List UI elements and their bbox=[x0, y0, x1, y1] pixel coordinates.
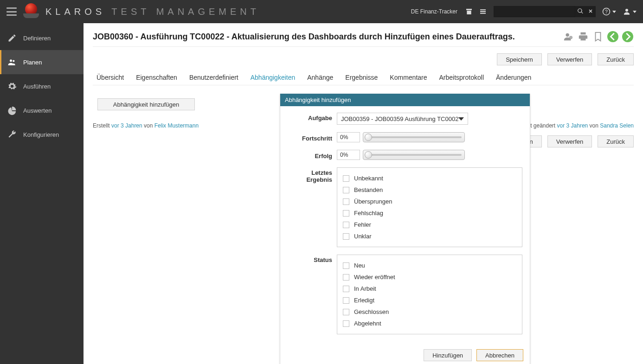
archive-icon[interactable] bbox=[465, 7, 473, 16]
check-item[interactable]: Unbekannt bbox=[343, 172, 516, 184]
assign-user-icon[interactable] bbox=[562, 31, 574, 43]
sidebar-item-evaluate[interactable]: Auswerten bbox=[0, 98, 84, 122]
add-dependency-button[interactable]: Abhängigkeit hinzufügen bbox=[97, 98, 195, 110]
tab-results[interactable]: Ergebnisse bbox=[344, 70, 379, 85]
discard-button[interactable]: Verwerfen bbox=[547, 53, 592, 65]
check-item[interactable]: Erledigt bbox=[343, 294, 516, 306]
progress-slider[interactable] bbox=[363, 132, 465, 142]
sidebar-item-label: Planen bbox=[23, 59, 42, 66]
wrench-icon bbox=[6, 129, 18, 140]
checkbox-icon[interactable] bbox=[343, 274, 349, 281]
back-button[interactable]: Zurück bbox=[598, 53, 634, 65]
edit-icon bbox=[6, 32, 18, 44]
modified-meta: Zuletzt geändert vor 3 Jahren von Sandra… bbox=[515, 122, 634, 129]
checkbox-icon[interactable] bbox=[343, 198, 349, 205]
menu-toggle[interactable] bbox=[6, 7, 17, 16]
dialog-add-button[interactable]: Hinzufügen bbox=[424, 349, 472, 361]
bookmark-icon[interactable] bbox=[592, 31, 604, 43]
tab-dependencies[interactable]: Abhängigkeiten bbox=[250, 70, 296, 85]
tab-attachments[interactable]: Anhänge bbox=[306, 70, 334, 85]
created-time-link[interactable]: vor 3 Jahren bbox=[111, 122, 142, 129]
sidebar-item-label: Ausführen bbox=[23, 83, 51, 90]
user-menu[interactable] bbox=[623, 7, 637, 16]
brand-main: KLAROS bbox=[45, 6, 105, 17]
checkbox-icon[interactable] bbox=[343, 187, 349, 193]
check-item[interactable]: Geschlossen bbox=[343, 306, 516, 318]
label-success: Erfolg bbox=[287, 151, 337, 160]
search-button[interactable] bbox=[575, 6, 585, 17]
check-item[interactable]: Fehlschlag bbox=[343, 207, 516, 219]
tab-worklog[interactable]: Arbeitsprotokoll bbox=[438, 70, 485, 85]
svg-point-4 bbox=[13, 60, 14, 62]
main-content: JOB00360 - Ausführung TC00022 - Aktualis… bbox=[84, 23, 643, 364]
label-task: Aufgabe bbox=[287, 113, 337, 121]
modified-by-link[interactable]: Sandra Selen bbox=[600, 122, 634, 129]
print-icon[interactable] bbox=[577, 31, 589, 43]
tab-userdefined[interactable]: Benutzerdefiniert bbox=[188, 70, 239, 85]
tabs: Übersicht Eigenschaften Benutzerdefinier… bbox=[93, 70, 634, 85]
checkbox-icon[interactable] bbox=[343, 262, 349, 269]
top-header: KLAROS TEST MANAGEMENT DE Finanz-Tracker… bbox=[0, 0, 643, 23]
checkbox-icon[interactable] bbox=[343, 320, 349, 327]
back-button-bottom[interactable]: Zurück bbox=[598, 135, 634, 147]
list-icon[interactable] bbox=[479, 7, 487, 16]
label-progress: Fortschritt bbox=[287, 133, 337, 142]
sidebar-item-define[interactable]: Definieren bbox=[0, 26, 84, 50]
success-slider[interactable] bbox=[363, 150, 465, 160]
created-by-link[interactable]: Felix Mustermann bbox=[154, 122, 199, 129]
svg-point-2 bbox=[625, 9, 628, 12]
add-dependency-dialog: Abhängigkeit hinzufügen Aufgabe JOB00359… bbox=[280, 94, 530, 364]
check-item[interactable]: Wieder eröffnet bbox=[343, 271, 516, 283]
checkbox-icon[interactable] bbox=[343, 222, 349, 228]
brand-title: KLAROS TEST MANAGEMENT bbox=[45, 6, 260, 17]
svg-point-5 bbox=[566, 33, 569, 37]
check-item[interactable]: In Arbeit bbox=[343, 283, 516, 294]
task-select-value: JOB00359 - JOB00359 Ausführung TC0002 bbox=[341, 115, 458, 122]
search-input[interactable] bbox=[494, 6, 575, 17]
sidebar-item-configure[interactable]: Konfigurieren bbox=[0, 122, 84, 147]
search-clear-button[interactable] bbox=[585, 6, 596, 17]
users-icon bbox=[6, 57, 18, 68]
sidebar-item-execute[interactable]: Ausführen bbox=[0, 74, 84, 98]
check-item[interactable]: Übersprungen bbox=[343, 196, 516, 207]
created-meta: Erstellt vor 3 Jahren von Felix Musterma… bbox=[93, 122, 199, 129]
dialog-title: Abhängigkeit hinzufügen bbox=[280, 94, 530, 106]
checkbox-icon[interactable] bbox=[343, 297, 349, 304]
sidebar-item-plan[interactable]: Planen bbox=[0, 50, 84, 74]
check-item[interactable]: Bestanden bbox=[343, 184, 516, 196]
dialog-cancel-button[interactable]: Abbrechen bbox=[476, 349, 523, 361]
success-value[interactable]: 0% bbox=[337, 150, 360, 160]
nav-next-button[interactable] bbox=[622, 31, 634, 43]
checkbox-icon[interactable] bbox=[343, 175, 349, 182]
task-select[interactable]: JOB00359 - JOB00359 Ausführung TC0002 bbox=[337, 113, 468, 125]
checkbox-icon[interactable] bbox=[343, 210, 349, 217]
tab-comments[interactable]: Kommentare bbox=[389, 70, 428, 85]
checkbox-icon[interactable] bbox=[343, 286, 349, 292]
svg-text:?: ? bbox=[605, 9, 608, 14]
checkbox-icon[interactable] bbox=[343, 309, 349, 315]
help-menu[interactable]: ? bbox=[602, 7, 616, 16]
check-item[interactable]: Fehler bbox=[343, 219, 516, 230]
svg-point-3 bbox=[10, 59, 12, 62]
sidebar: Definieren Planen Ausführen Auswerten Ko… bbox=[0, 23, 84, 364]
nav-prev-button[interactable] bbox=[607, 31, 619, 43]
tab-properties[interactable]: Eigenschaften bbox=[135, 70, 178, 85]
check-item[interactable]: Abgelehnt bbox=[343, 318, 516, 329]
chevron-down-icon bbox=[633, 11, 637, 13]
checkbox-icon[interactable] bbox=[343, 233, 349, 240]
tab-overview[interactable]: Übersicht bbox=[96, 70, 125, 85]
progress-value[interactable]: 0% bbox=[337, 132, 360, 142]
app-logo bbox=[23, 3, 39, 20]
modified-time-link[interactable]: vor 3 Jahren bbox=[557, 122, 588, 129]
sidebar-item-label: Auswerten bbox=[23, 107, 51, 114]
chevron-down-icon bbox=[612, 11, 616, 13]
save-button[interactable]: Speichern bbox=[497, 53, 542, 65]
project-name: DE Finanz-Tracker bbox=[411, 8, 457, 15]
chevron-down-icon bbox=[458, 117, 464, 121]
check-item[interactable]: Unklar bbox=[343, 230, 516, 242]
label-status: Status bbox=[287, 255, 337, 263]
check-item[interactable]: Neu bbox=[343, 260, 516, 271]
tab-changes[interactable]: Änderungen bbox=[495, 70, 532, 85]
sidebar-item-label: Definieren bbox=[23, 35, 51, 42]
discard-button-bottom[interactable]: Verwerfen bbox=[547, 135, 592, 147]
